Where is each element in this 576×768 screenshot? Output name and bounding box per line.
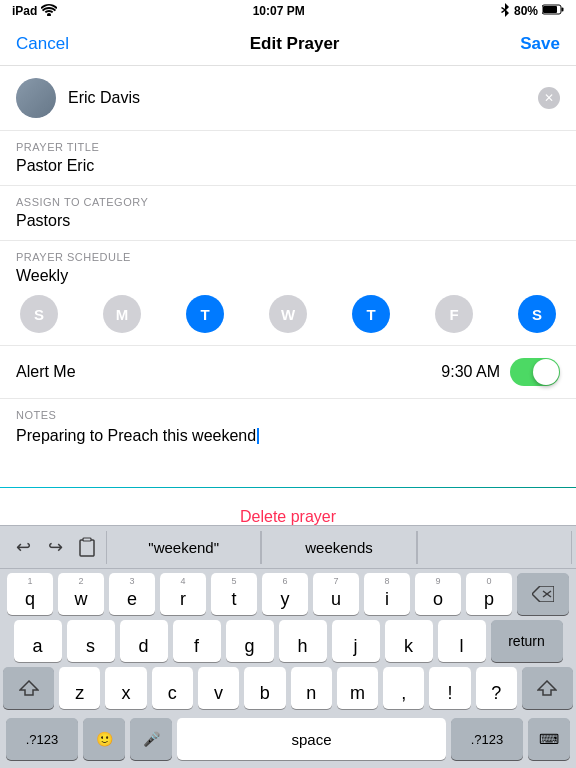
avatar <box>16 78 56 118</box>
key-e[interactable]: 3e <box>109 573 155 615</box>
notes-text[interactable]: Preparing to Preach this weekend <box>16 425 560 447</box>
shift-left-key[interactable] <box>3 667 54 709</box>
key-y[interactable]: 6y <box>262 573 308 615</box>
status-left: iPad <box>12 4 57 19</box>
day-5[interactable]: F <box>435 295 473 333</box>
key-q[interactable]: 1q <box>7 573 53 615</box>
person-name: Eric Davis <box>68 89 140 107</box>
suggestion-weekends[interactable]: weekends <box>261 531 416 564</box>
delete-key[interactable] <box>517 573 569 615</box>
key-b[interactable]: b <box>244 667 285 709</box>
battery-percent: 80% <box>514 4 538 18</box>
alert-time: 9:30 AM <box>441 363 500 381</box>
day-3[interactable]: W <box>269 295 307 333</box>
nav-title: Edit Prayer <box>250 34 340 54</box>
keyboard: ↩ ↪ "weekend" weekends 1q 2w 3e 4r 5t 6y… <box>0 525 576 768</box>
alert-label: Alert Me <box>16 363 76 381</box>
svg-rect-3 <box>80 540 94 556</box>
day-4[interactable]: T <box>352 295 390 333</box>
key-u[interactable]: 7u <box>313 573 359 615</box>
content-area: Eric Davis ✕ PRAYER TITLE Pastor Eric AS… <box>0 66 576 538</box>
suggestion-empty <box>417 531 572 564</box>
autocomplete-bar: ↩ ↪ "weekend" weekends <box>0 525 576 569</box>
key-r[interactable]: 4r <box>160 573 206 615</box>
status-right: 80% <box>500 3 564 20</box>
key-n[interactable]: n <box>291 667 332 709</box>
svg-rect-2 <box>562 8 564 12</box>
schedule-value: Weekly <box>16 267 560 285</box>
key-l[interactable]: l <box>438 620 486 662</box>
key-v[interactable]: v <box>198 667 239 709</box>
toggle-knob <box>533 359 559 385</box>
key-j[interactable]: j <box>332 620 380 662</box>
numbers-left-key[interactable]: .?123 <box>6 718 78 760</box>
prayer-title-value[interactable]: Pastor Eric <box>16 157 560 175</box>
key-z[interactable]: z <box>59 667 100 709</box>
person-row: Eric Davis ✕ <box>0 66 576 131</box>
undo-icon[interactable]: ↩ <box>8 529 38 565</box>
save-button[interactable]: Save <box>520 34 560 54</box>
key-x[interactable]: x <box>105 667 146 709</box>
alert-toggle[interactable] <box>510 358 560 386</box>
close-person-button[interactable]: ✕ <box>538 87 560 109</box>
battery-icon <box>542 4 564 18</box>
return-key[interactable]: return <box>491 620 563 662</box>
key-s[interactable]: s <box>67 620 115 662</box>
key-w[interactable]: 2w <box>58 573 104 615</box>
clipboard-icon[interactable] <box>72 529 102 565</box>
key-m[interactable]: m <box>337 667 378 709</box>
cancel-button[interactable]: Cancel <box>16 34 69 54</box>
space-key[interactable]: space <box>177 718 446 760</box>
shift-right-key[interactable] <box>522 667 573 709</box>
key-question[interactable]: ? <box>476 667 517 709</box>
key-f[interactable]: f <box>173 620 221 662</box>
category-value[interactable]: Pastors <box>16 212 560 230</box>
autocomplete-actions: ↩ ↪ <box>4 529 106 565</box>
mic-key[interactable]: 🎤 <box>130 718 172 760</box>
key-a[interactable]: a <box>14 620 62 662</box>
notes-label: NOTES <box>16 409 560 421</box>
key-t[interactable]: 5t <box>211 573 257 615</box>
key-p[interactable]: 0p <box>466 573 512 615</box>
keyboard-switch-key[interactable]: ⌨ <box>528 718 570 760</box>
key-i[interactable]: 8i <box>364 573 410 615</box>
divider <box>0 487 576 488</box>
day-2[interactable]: T <box>186 295 224 333</box>
autocomplete-suggestions: "weekend" weekends <box>106 531 572 564</box>
category-section: ASSIGN TO CATEGORY Pastors <box>0 186 576 241</box>
delete-button[interactable]: Delete prayer <box>240 508 336 525</box>
key-h[interactable]: h <box>279 620 327 662</box>
key-exclaim[interactable]: ! <box>429 667 470 709</box>
bottom-bar: .?123 🙂 🎤 space .?123 ⌨ <box>0 714 576 768</box>
key-o[interactable]: 9o <box>415 573 461 615</box>
keyboard-rows: 1q 2w 3e 4r 5t 6y 7u 8i 9o 0p a s d f g … <box>0 569 576 709</box>
avatar-image <box>16 78 56 118</box>
bluetooth-icon <box>500 3 510 20</box>
alert-row: Alert Me 9:30 AM <box>0 346 576 399</box>
day-1[interactable]: M <box>103 295 141 333</box>
key-c[interactable]: c <box>152 667 193 709</box>
key-comma[interactable]: , <box>383 667 424 709</box>
suggestion-weekend-quoted[interactable]: "weekend" <box>106 531 261 564</box>
notes-section: NOTES Preparing to Preach this weekend <box>0 399 576 479</box>
schedule-section: PRAYER SCHEDULE Weekly SMTWTFS <box>0 241 576 346</box>
day-6[interactable]: S <box>518 295 556 333</box>
emoji-key[interactable]: 🙂 <box>83 718 125 760</box>
key-row-3: z x c v b n m , ! ? <box>3 667 573 709</box>
svg-rect-4 <box>83 538 91 541</box>
redo-icon[interactable]: ↪ <box>40 529 70 565</box>
key-d[interactable]: d <box>120 620 168 662</box>
status-bar: iPad 10:07 PM 80% <box>0 0 576 22</box>
day-0[interactable]: S <box>20 295 58 333</box>
category-label: ASSIGN TO CATEGORY <box>16 196 560 208</box>
status-time: 10:07 PM <box>253 4 305 18</box>
days-row: SMTWTFS <box>16 295 560 333</box>
carrier-label: iPad <box>12 4 37 18</box>
svg-rect-1 <box>543 6 557 13</box>
key-g[interactable]: g <box>226 620 274 662</box>
numbers-right-key[interactable]: .?123 <box>451 718 523 760</box>
wifi-icon <box>41 4 57 19</box>
key-row-1: 1q 2w 3e 4r 5t 6y 7u 8i 9o 0p <box>3 573 573 615</box>
key-k[interactable]: k <box>385 620 433 662</box>
alert-right: 9:30 AM <box>441 358 560 386</box>
